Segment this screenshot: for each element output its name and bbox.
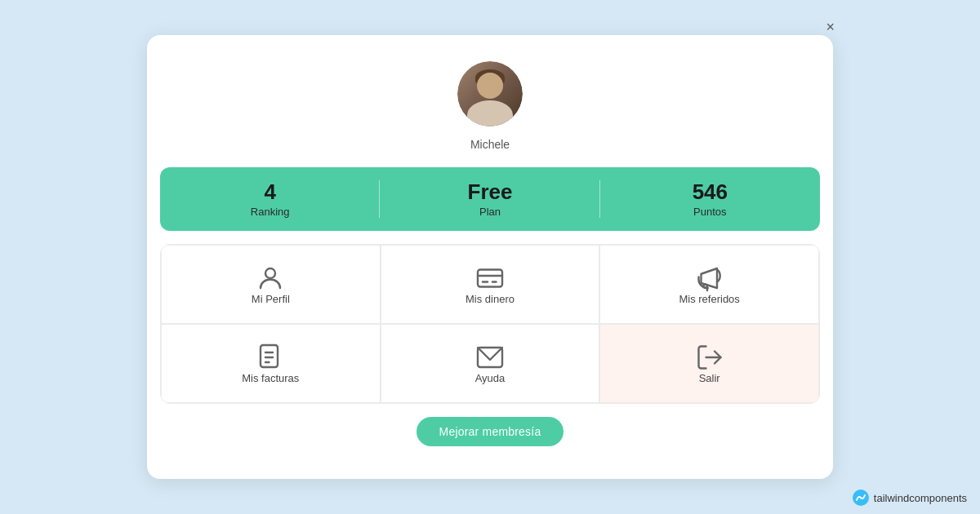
puntos-value: 546 (693, 180, 728, 204)
upgrade-button[interactable]: Mejorar membresía (416, 417, 564, 446)
branding-icon (853, 490, 869, 506)
close-icon: × (826, 19, 835, 35)
plan-value: Free (468, 180, 513, 204)
stat-puntos: 546 Puntos (600, 167, 820, 231)
menu-grid: Mi Perfil Mis dinero (160, 244, 820, 404)
ranking-value: 4 (264, 180, 275, 204)
profile-card: × Michele 4 Ranking Free Plan (147, 35, 833, 479)
avatar-image (457, 61, 523, 126)
menu-item-mis-facturas[interactable]: Mis facturas (161, 324, 381, 403)
user-icon (256, 264, 285, 293)
page-background: × Michele 4 Ranking Free Plan (0, 0, 980, 514)
svg-rect-7 (261, 345, 278, 367)
megaphone-icon (695, 264, 724, 293)
menu-item-mi-perfil[interactable]: Mi Perfil (161, 245, 381, 324)
plan-label: Plan (479, 206, 501, 218)
stat-ranking: 4 Ranking (160, 167, 380, 231)
username: Michele (470, 138, 510, 151)
mis-dinero-label: Mis dinero (466, 293, 514, 305)
branding-text: tailwindcomponents (874, 492, 967, 504)
svg-rect-1 (478, 269, 502, 286)
ayuda-label: Ayuda (475, 372, 506, 384)
svg-point-0 (265, 268, 275, 278)
card-icon (475, 264, 505, 293)
puntos-label: Puntos (693, 206, 726, 218)
stats-bar: 4 Ranking Free Plan 546 Puntos (160, 167, 820, 231)
menu-item-ayuda[interactable]: Ayuda (381, 324, 600, 403)
menu-item-salir[interactable]: Salir (599, 324, 819, 403)
avatar-face (477, 73, 503, 99)
profile-section: Michele (147, 35, 833, 167)
logout-icon (695, 343, 724, 372)
menu-item-mis-dinero[interactable]: Mis dinero (381, 245, 600, 324)
mi-perfil-label: Mi Perfil (252, 293, 290, 305)
stat-plan: Free Plan (380, 167, 599, 231)
salir-label: Salir (699, 372, 720, 384)
branding: tailwindcomponents (853, 490, 967, 506)
avatar-body (467, 100, 513, 126)
menu-item-mis-referidos[interactable]: Mis referidos (599, 245, 819, 324)
avatar (457, 61, 523, 126)
close-button[interactable]: × (819, 16, 841, 39)
mis-facturas-label: Mis facturas (242, 372, 299, 384)
ranking-label: Ranking (251, 206, 290, 218)
upgrade-button-wrapper: Mejorar membresía (147, 417, 833, 446)
mail-icon (475, 343, 505, 372)
document-icon (256, 343, 285, 372)
mis-referidos-label: Mis referidos (679, 293, 739, 305)
